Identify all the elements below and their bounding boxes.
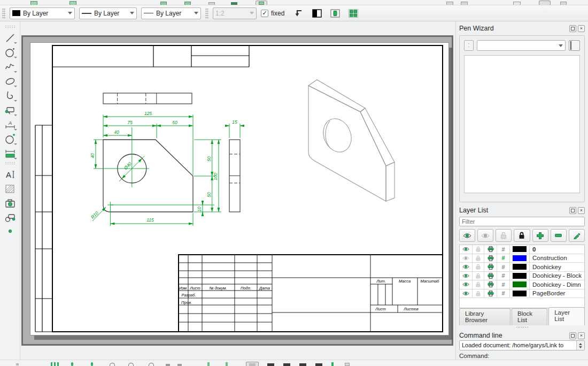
add-layer-button[interactable]	[532, 229, 548, 242]
layer-visibility-toggle[interactable]	[460, 254, 473, 263]
circle-reference-button[interactable]	[3, 132, 18, 146]
dimension-horizontal-button[interactable]: A	[3, 117, 18, 132]
layer-print-toggle[interactable]	[484, 245, 497, 254]
pen-wizard-list[interactable]	[464, 55, 580, 193]
side-view	[229, 140, 240, 212]
tab-layer-list[interactable]: Layer List	[548, 307, 585, 325]
layer-name[interactable]: Doohickey	[530, 263, 584, 271]
drawing-canvas[interactable]: Изм. Лист № докум. Подп. Дата Разраб. Пр…	[30, 43, 448, 335]
layer-lock-toggle[interactable]	[473, 254, 484, 263]
layer-construction-toggle[interactable]: #	[497, 289, 510, 298]
layer-color-swatch[interactable]	[510, 245, 530, 254]
layer-lock-toggle[interactable]	[473, 263, 484, 271]
layer-construction-toggle[interactable]: #	[497, 254, 510, 263]
layer-row[interactable]: #Doohickey - Dimn	[460, 280, 584, 289]
layer-color-swatch[interactable]	[510, 263, 530, 271]
remove-layer-button[interactable]	[551, 229, 567, 242]
toolbar-drag-handle[interactable]	[5, 25, 16, 28]
layer-filter-input[interactable]	[459, 217, 585, 226]
hide-all-layers-button[interactable]	[477, 229, 493, 242]
layer-visibility-toggle[interactable]	[460, 263, 473, 271]
line-tool-button[interactable]	[3, 30, 18, 45]
layer-print-toggle[interactable]	[484, 289, 497, 298]
layer-row[interactable]: #0	[460, 245, 584, 254]
close-panel-button[interactable]: ×	[578, 332, 585, 339]
dim-hole-offset-y: 40	[90, 153, 95, 158]
scale-combobox: 1:2	[213, 7, 257, 19]
tab-block-list[interactable]: Block List	[512, 308, 547, 325]
splitter-handle[interactable]	[459, 325, 585, 329]
drawing-viewport[interactable]: Изм. Лист № докум. Подп. Дата Разраб. Пр…	[21, 35, 453, 346]
polyline-tool-button[interactable]	[3, 88, 18, 103]
eye-icon	[462, 291, 469, 296]
pen-style-combobox[interactable]: By Layer	[141, 7, 201, 19]
image-tool-button[interactable]	[3, 196, 18, 210]
command-history[interactable]: Loaded document: /home/garys/Link to	[459, 340, 585, 350]
close-panel-button[interactable]: ×	[578, 25, 585, 32]
pen-wizard-options-button[interactable]: ⁚	[464, 40, 474, 51]
layer-construction-toggle[interactable]: #	[497, 263, 510, 271]
layer-color-swatch[interactable]	[510, 289, 530, 298]
layer-name[interactable]: PageBorder	[530, 289, 584, 298]
layer-print-toggle[interactable]	[484, 280, 497, 289]
edit-pen-icon	[573, 232, 581, 239]
toolbar-drag-handle[interactable]	[205, 8, 208, 19]
dimension-aligned-button[interactable]	[3, 146, 18, 161]
layer-construction-toggle[interactable]: #	[497, 245, 510, 254]
draft-mode-button[interactable]	[310, 6, 324, 20]
hatch-tool-button[interactable]	[3, 181, 18, 196]
select-tool-button[interactable]	[3, 103, 18, 117]
layer-row[interactable]: #Construction	[460, 254, 584, 263]
layer-print-toggle[interactable]	[484, 272, 497, 280]
layer-construction-toggle[interactable]: #	[497, 280, 510, 289]
float-panel-button[interactable]	[569, 207, 576, 214]
layer-construction-toggle[interactable]: #	[497, 272, 510, 280]
layer-lock-toggle[interactable]	[473, 289, 484, 298]
point-icon	[4, 226, 16, 238]
layer-name[interactable]: Doohickey - Dimn	[530, 280, 584, 289]
history-scroll-spinner[interactable]	[576, 341, 584, 350]
color-picker-button[interactable]	[569, 40, 580, 51]
layer-lock-toggle[interactable]	[473, 280, 484, 289]
layer-visibility-toggle[interactable]	[460, 272, 473, 280]
text-tool-button[interactable]: A	[3, 167, 18, 181]
block-tool-button[interactable]	[3, 210, 18, 225]
ellipse-tool-button[interactable]	[3, 74, 18, 88]
lock-all-layers-button[interactable]	[514, 229, 530, 242]
layer-name[interactable]: 0	[530, 245, 584, 254]
layer-color-swatch[interactable]	[510, 280, 530, 289]
spline-tool-button[interactable]	[3, 59, 18, 74]
tab-library-browser[interactable]: Library Browser	[459, 308, 510, 325]
layer-lock-toggle[interactable]	[473, 272, 484, 280]
layer-name[interactable]: Doohickey - Block	[530, 272, 584, 280]
lines-thickness-button[interactable]	[328, 6, 342, 20]
layer-lock-toggle[interactable]	[473, 245, 484, 254]
layer-color-swatch[interactable]	[510, 272, 530, 280]
layer-row[interactable]: #Doohickey	[460, 263, 584, 272]
layer-color-swatch[interactable]	[510, 254, 530, 263]
pen-width-combobox[interactable]: By Layer	[79, 7, 137, 19]
layer-row[interactable]: #PageBorder	[460, 289, 584, 299]
pen-color-combobox[interactable]: By Layer	[10, 7, 75, 19]
grid-view-button[interactable]	[346, 6, 360, 20]
layer-visibility-toggle[interactable]	[460, 289, 473, 298]
float-panel-button[interactable]	[569, 332, 576, 339]
fixed-checkbox[interactable]: ✓ fixed	[261, 10, 284, 17]
toolbar-drag-handle[interactable]	[2, 8, 5, 19]
drawing-sheet[interactable]: Изм. Лист № докум. Подп. Дата Разраб. Пр…	[30, 43, 448, 335]
pen-wizard-combobox[interactable]	[477, 40, 566, 51]
float-panel-button[interactable]	[569, 25, 576, 32]
previous-view-button[interactable]	[292, 6, 306, 20]
close-panel-button[interactable]: ×	[578, 207, 585, 214]
edit-layer-button[interactable]	[569, 229, 585, 242]
show-all-layers-button[interactable]	[459, 229, 475, 242]
point-tool-button[interactable]	[3, 225, 18, 239]
unlock-all-layers-button[interactable]	[496, 229, 512, 242]
layer-print-toggle[interactable]	[484, 263, 497, 271]
layer-row[interactable]: #Doohickey - Block	[460, 272, 584, 281]
layer-visibility-toggle[interactable]	[460, 245, 473, 254]
layer-visibility-toggle[interactable]	[460, 280, 473, 289]
circle-tool-button[interactable]	[3, 45, 18, 59]
layer-name[interactable]: Construction	[530, 254, 584, 263]
layer-print-toggle[interactable]	[484, 254, 497, 263]
